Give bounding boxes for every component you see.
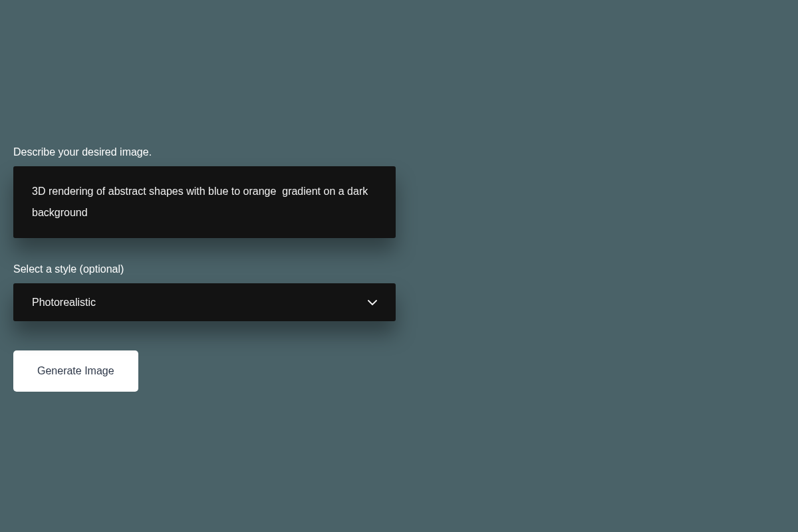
generate-image-button[interactable]: Generate Image [13, 350, 138, 392]
style-select-wrapper: Photorealistic [13, 283, 396, 321]
style-label: Select a style (optional) [13, 263, 399, 275]
prompt-label: Describe your desired image. [13, 146, 399, 158]
image-gen-form: Describe your desired image. 3D renderin… [13, 146, 399, 392]
prompt-textarea[interactable]: 3D rendering of abstract shapes with blu… [13, 166, 396, 238]
style-select[interactable]: Photorealistic [13, 283, 396, 321]
